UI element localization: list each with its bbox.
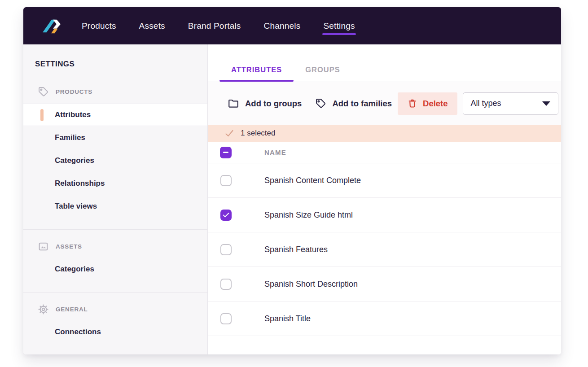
nav-item-assets[interactable]: Assets <box>139 7 165 44</box>
chevron-down-icon <box>542 101 550 106</box>
sidebar-divider <box>23 229 207 230</box>
top-nav: Products Assets Brand Portals Channels S… <box>23 7 561 44</box>
attributes-table: NAME Spanish Content Complete <box>208 142 561 354</box>
select-all-checkbox[interactable] <box>220 147 232 158</box>
app-window: Products Assets Brand Portals Channels S… <box>23 7 561 354</box>
delete-button[interactable]: Delete <box>398 92 457 115</box>
column-gutter <box>244 232 248 267</box>
nav-item-settings[interactable]: Settings <box>323 7 355 44</box>
attribute-name: Spanish Short Description <box>248 267 561 301</box>
check-icon <box>225 129 234 137</box>
row-checkbox-cell <box>208 198 244 232</box>
sidebar-item-label: Connections <box>55 328 101 336</box>
row-checkbox[interactable] <box>220 244 232 255</box>
table-row[interactable]: Spanish Short Description <box>208 267 561 301</box>
header-checkbox-cell <box>208 142 244 163</box>
sidebar-item-label: Families <box>55 133 85 142</box>
settings-sidebar: SETTINGS PRODUCTS Attributes Families <box>23 44 208 354</box>
row-checkbox[interactable] <box>220 175 232 186</box>
nav-item-brand-portals[interactable]: Brand Portals <box>188 7 241 44</box>
nav-item-label: Products <box>82 21 116 31</box>
trash-icon <box>407 98 417 109</box>
add-to-groups-label: Add to groups <box>245 99 302 109</box>
table-footer <box>208 336 561 354</box>
sidebar-divider <box>23 292 207 293</box>
sidebar-title: SETTINGS <box>23 60 207 69</box>
page-background: Products Assets Brand Portals Channels S… <box>0 0 588 367</box>
attribute-name: Spanish Features <box>248 232 561 267</box>
sidebar-item-label: Table views <box>55 202 97 211</box>
column-header-name: NAME <box>248 142 561 163</box>
active-indicator <box>40 109 44 121</box>
main-content: ATTRIBUTES GROUPS Add to groups <box>208 44 561 354</box>
image-icon <box>37 240 49 252</box>
attribute-name: Spanish Title <box>248 301 561 336</box>
column-gutter <box>244 142 248 163</box>
folder-icon <box>228 98 239 109</box>
table-row[interactable]: Spanish Title <box>208 301 561 336</box>
row-checkbox-cell <box>208 267 244 301</box>
app-logo-icon[interactable] <box>41 17 62 35</box>
row-checkbox[interactable] <box>220 313 232 324</box>
tag-icon <box>315 98 326 109</box>
tab-bar: ATTRIBUTES GROUPS <box>208 44 561 82</box>
sidebar-item-relationships[interactable]: Relationships <box>23 172 207 195</box>
tab-attributes[interactable]: ATTRIBUTES <box>219 66 294 82</box>
column-gutter <box>244 267 248 301</box>
sidebar-section-products: PRODUCTS <box>23 86 207 97</box>
nav-item-channels[interactable]: Channels <box>264 7 301 44</box>
selection-banner: 1 selected <box>208 125 561 142</box>
sidebar-section-label: ASSETS <box>56 243 82 250</box>
type-filter-value: All types <box>471 99 501 108</box>
add-to-families-button[interactable]: Add to families <box>315 98 392 109</box>
add-to-groups-button[interactable]: Add to groups <box>228 98 302 109</box>
sidebar-section-general: GENERAL <box>23 303 207 315</box>
bulk-actions-toolbar: Add to groups Add to families <box>208 82 561 125</box>
row-checkbox-cell <box>208 232 244 267</box>
table-row[interactable]: Spanish Size Guide html <box>208 198 561 232</box>
sidebar-item-categories[interactable]: Categories <box>23 149 207 172</box>
nav-item-label: Channels <box>264 21 301 31</box>
nav-item-label: Settings <box>323 21 355 31</box>
table-header-row: NAME <box>208 142 561 163</box>
sidebar-item-families[interactable]: Families <box>23 126 207 149</box>
column-gutter <box>244 301 248 336</box>
row-checkbox[interactable] <box>220 279 232 290</box>
sidebar-item-attributes[interactable]: Attributes <box>23 104 207 126</box>
sidebar-item-label: Attributes <box>55 110 91 119</box>
type-filter-select[interactable]: All types <box>463 92 558 115</box>
tag-icon <box>37 86 49 97</box>
add-to-families-label: Add to families <box>332 99 392 109</box>
attribute-name: Spanish Content Complete <box>248 163 561 197</box>
table-row[interactable]: Spanish Content Complete <box>208 163 561 198</box>
table-row[interactable]: Spanish Features <box>208 232 561 267</box>
nav-item-label: Brand Portals <box>188 21 241 31</box>
column-gutter <box>244 163 248 197</box>
column-gutter <box>244 198 248 232</box>
sidebar-section-label: PRODUCTS <box>56 88 92 95</box>
nav-item-products[interactable]: Products <box>82 7 116 44</box>
row-checkbox-cell <box>208 163 244 197</box>
content-shell: SETTINGS PRODUCTS Attributes Families <box>23 44 561 354</box>
sidebar-item-label: Categories <box>55 265 94 274</box>
tab-label: GROUPS <box>305 66 340 74</box>
row-checkbox-cell <box>208 301 244 336</box>
sidebar-item-table-views[interactable]: Table views <box>23 195 207 218</box>
row-checkbox[interactable] <box>220 210 232 221</box>
gear-icon <box>37 303 49 315</box>
sidebar-item-label: Categories <box>55 156 94 165</box>
tab-label: ATTRIBUTES <box>231 66 282 74</box>
sidebar-section-label: GENERAL <box>56 306 88 313</box>
sidebar-section-assets: ASSETS <box>23 240 207 252</box>
sidebar-item-asset-categories[interactable]: Categories <box>23 258 207 280</box>
nav-item-label: Assets <box>139 21 165 31</box>
delete-label: Delete <box>423 99 448 109</box>
tab-groups[interactable]: GROUPS <box>294 66 352 82</box>
selection-count-text: 1 selected <box>241 129 276 138</box>
sidebar-item-connections[interactable]: Connections <box>23 320 207 343</box>
main-nav: Products Assets Brand Portals Channels S… <box>82 7 355 44</box>
attribute-name: Spanish Size Guide html <box>248 198 561 232</box>
sidebar-item-label: Relationships <box>55 179 105 188</box>
